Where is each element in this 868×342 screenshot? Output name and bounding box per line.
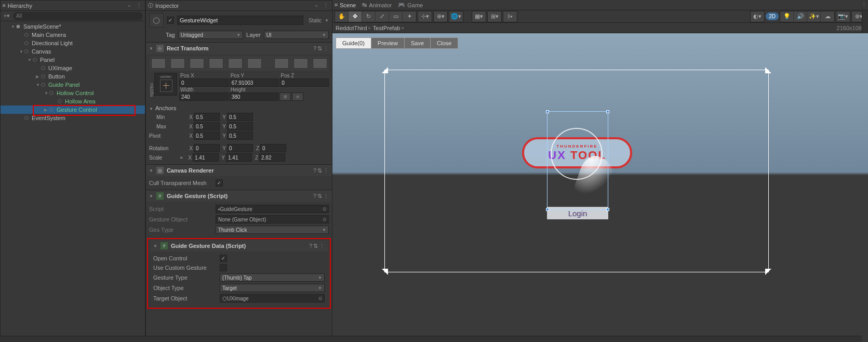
anchor-picker[interactable]: center — [154, 73, 177, 96]
static-dropdown-icon[interactable]: ▼ — [325, 18, 329, 23]
width-input[interactable] — [179, 93, 229, 101]
mode-2d-button[interactable]: 2D — [766, 12, 779, 20]
scale-z-input[interactable] — [259, 153, 285, 162]
tool-hand-button[interactable]: ✋ — [335, 11, 349, 22]
hierarchy-menu-icon[interactable]: ⋮ — [135, 2, 143, 10]
anchor-preset-button[interactable] — [209, 58, 223, 69]
hierarchy-item[interactable]: ▼⬡Panel — [1, 56, 145, 64]
fold-icon[interactable]: ▼ — [19, 49, 24, 54]
anchor-preset-button[interactable] — [274, 58, 289, 69]
audio-button[interactable]: 🔊 — [794, 11, 807, 22]
posy-input[interactable] — [230, 78, 279, 87]
pivot-y-input[interactable] — [227, 131, 253, 140]
rotation-x-input[interactable] — [194, 144, 220, 152]
tool-move-button[interactable]: ✥ — [349, 11, 362, 22]
preset-icon[interactable]: ⇅ — [313, 243, 318, 249]
help-icon[interactable]: ? — [309, 243, 312, 249]
gesture-type-dropdown[interactable]: (Thumb) Tap▼ — [220, 273, 325, 282]
tab-animator[interactable]: ↹Animator — [362, 2, 392, 8]
pivot-rotation-button[interactable]: 🌐▾ — [449, 11, 463, 22]
anchor-max-y-input[interactable] — [227, 122, 253, 130]
hierarchy-item[interactable]: ⬡Directional Light — [1, 39, 145, 47]
fold-icon[interactable]: ▼ — [11, 24, 16, 29]
scale-x-input[interactable] — [193, 153, 219, 162]
open-control-checkbox[interactable]: ✓ — [220, 255, 227, 262]
close-button[interactable]: Close — [431, 38, 458, 48]
inspector-lock-icon[interactable]: ▫ — [312, 2, 321, 10]
scale-link-icon[interactable]: ⚭ — [179, 155, 186, 161]
anchor-min-y-input[interactable] — [227, 113, 253, 121]
selection-rect[interactable] — [547, 111, 608, 210]
breadcrumb-item[interactable]: TestPrefab× — [373, 25, 404, 31]
hierarchy-item[interactable]: ▶⬡Button — [1, 72, 145, 81]
draw-mode-button[interactable]: ◐▾ — [751, 11, 764, 22]
breadcrumb-item[interactable]: ReddotThird× — [336, 25, 371, 31]
layer-dropdown[interactable]: UI▼ — [264, 31, 329, 39]
guide-gesture-data-header[interactable]: ▼ # Guide Gesture Data (Script) ?⇅⋮ — [150, 240, 328, 252]
hierarchy-item[interactable]: ▶⬡Gesture Control — [1, 106, 145, 114]
scene-scrollbar-h[interactable] — [0, 336, 862, 342]
posx-input[interactable] — [179, 78, 229, 87]
pivot-x-input[interactable] — [194, 131, 220, 140]
close-icon[interactable]: × — [401, 25, 404, 31]
tool-scale-button[interactable]: ⤢ — [376, 11, 389, 22]
posz-input[interactable] — [279, 78, 329, 87]
tool-transform-button[interactable]: ✦ — [403, 11, 416, 22]
lighting-button[interactable]: 💡 — [780, 11, 794, 22]
snap-toggle-button[interactable]: ⊞▾ — [488, 11, 501, 22]
preview-button[interactable]: Preview — [371, 38, 405, 48]
gameobject-active-checkbox[interactable]: ✓ — [167, 17, 174, 24]
effects-button[interactable]: ✨▾ — [807, 11, 821, 22]
preset-icon[interactable]: ⇅ — [317, 167, 322, 174]
hierarchy-item[interactable]: ▼⬡Hollow Control — [1, 89, 145, 97]
hierarchy-add-button[interactable]: +▾ — [3, 12, 11, 20]
anchor-preset-button[interactable] — [247, 58, 262, 69]
menu-icon[interactable]: ⋮ — [319, 243, 325, 249]
anchor-preset-button[interactable] — [151, 58, 166, 69]
camera-button[interactable]: 📷▾ — [836, 11, 850, 22]
grid-toggle-button[interactable]: ▦▾ — [472, 11, 486, 22]
scale-y-input[interactable] — [226, 153, 252, 162]
pivot-mode-button[interactable]: ⊕▾ — [434, 11, 447, 22]
hierarchy-item[interactable]: ⬡Hollow Area — [1, 97, 145, 106]
fold-icon[interactable]: ▶ — [36, 74, 41, 79]
tag-dropdown[interactable]: Untagged▼ — [178, 31, 243, 39]
scene-viewport[interactable]: Guide(0) Preview Save Close THUNDERFIRE … — [332, 33, 868, 342]
help-icon[interactable]: ? — [313, 167, 316, 174]
anchor-preset-button[interactable] — [228, 58, 243, 69]
rotation-y-input[interactable] — [227, 144, 253, 152]
canvas-renderer-header[interactable]: ▼ ◎ Canvas Renderer ?⇅⋮ — [146, 165, 332, 176]
inspector-menu-icon[interactable]: ⋮ — [322, 2, 330, 10]
hierarchy-lock-icon[interactable]: ▫ — [125, 2, 133, 10]
close-icon[interactable]: × — [368, 25, 371, 31]
anchor-max-x-input[interactable] — [194, 122, 220, 130]
guide-index-button[interactable]: Guide(0) — [336, 38, 371, 48]
gameobject-icon[interactable]: ⬡ — [149, 13, 164, 28]
help-icon[interactable]: ? — [313, 45, 316, 52]
snap-settings-button[interactable]: ⫴▾ — [503, 11, 517, 22]
hierarchy-tree[interactable]: ▼⬢SampleScene*⬡Main Camera⬡Directional L… — [1, 21, 145, 341]
visibility-button[interactable]: ☁ — [821, 11, 834, 22]
tab-scene[interactable]: ⌗Scene — [335, 2, 356, 8]
tool-rotate-button[interactable]: ↻ — [362, 11, 376, 22]
fold-icon[interactable]: ▼ — [44, 91, 49, 96]
menu-icon[interactable]: ⋮ — [323, 193, 329, 200]
height-input[interactable] — [230, 93, 279, 101]
anchor-preset-button[interactable] — [190, 58, 204, 69]
blueprint-button[interactable]: ⊞ — [279, 93, 291, 101]
menu-icon[interactable]: ⋮ — [323, 167, 329, 174]
save-button[interactable]: Save — [405, 38, 431, 48]
hierarchy-item[interactable]: ⬡Main Camera — [1, 31, 145, 39]
raw-edit-button[interactable]: R — [292, 93, 303, 101]
gameobject-name-input[interactable] — [177, 16, 303, 25]
tool-rect-button[interactable]: ▭ — [389, 11, 403, 22]
preset-icon[interactable]: ⇅ — [317, 45, 322, 52]
fold-icon[interactable]: ▼ — [36, 83, 41, 87]
guide-gesture-header[interactable]: ▼ # Guide Gesture (Script) ?⇅⋮ — [146, 190, 332, 202]
fold-icon[interactable]: ▼ — [28, 58, 33, 62]
object-type-dropdown[interactable]: Target▼ — [220, 284, 325, 292]
anchor-preset-button[interactable] — [313, 58, 327, 69]
anchor-preset-button[interactable] — [170, 58, 185, 69]
rotation-z-input[interactable] — [260, 144, 286, 152]
use-custom-gesture-checkbox[interactable] — [220, 264, 227, 271]
